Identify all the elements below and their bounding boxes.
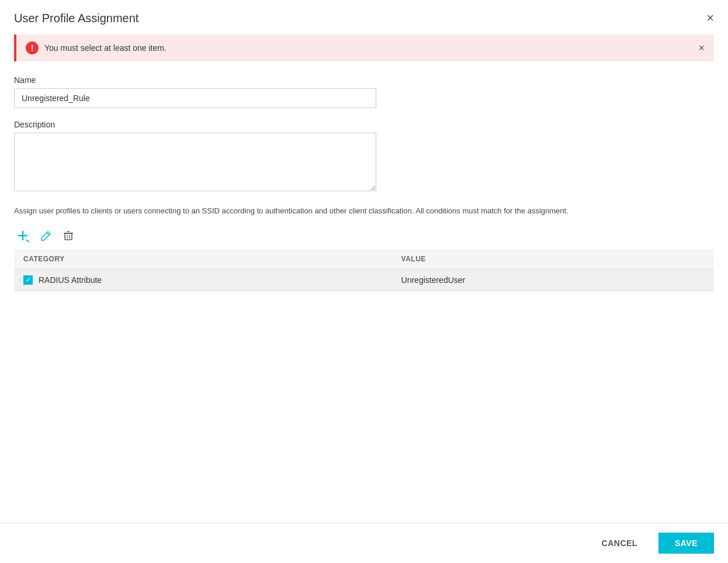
table-header: CATEGORY VALUE [14,249,714,270]
trash-icon [63,230,74,241]
name-label: Name [14,75,714,85]
edit-condition-button[interactable] [39,228,54,243]
name-input[interactable] [14,88,376,108]
svg-rect-3 [65,233,72,240]
category-value: RADIUS Attribute [39,275,102,285]
modal-header: User Profile Assignment × [0,0,728,25]
row-checkbox[interactable] [23,275,33,285]
modal-dialog: User Profile Assignment × ! You must sel… [0,0,728,563]
save-button[interactable]: SAVE [658,533,714,554]
description-field-group: Description [14,120,714,194]
assignment-description: Assign user profiles to clients or users… [14,205,714,217]
delete-condition-button[interactable] [61,228,76,243]
conditions-toolbar [14,227,714,244]
alert-content: ! You must select at least one item. [26,42,167,54]
alert-close-button[interactable]: × [698,42,705,54]
table-cell-value: UnregisteredUser [392,269,714,291]
alert-message: You must select at least one item. [44,43,167,53]
description-textarea[interactable] [14,133,376,191]
modal-overlay: User Profile Assignment × ! You must sel… [0,0,728,563]
cancel-button[interactable]: CANCEL [585,533,654,554]
svg-line-2 [26,240,29,242]
modal-body: ! You must select at least one item. × N… [0,25,728,523]
row-checkbox-container: RADIUS Attribute [23,275,383,285]
alert-banner: ! You must select at least one item. × [14,34,714,61]
table-cell-category: RADIUS Attribute [14,269,392,291]
table-header-row: CATEGORY VALUE [14,249,714,270]
table-body: RADIUS Attribute UnregisteredUser [14,269,714,291]
add-icon [16,229,29,242]
column-header-value: VALUE [392,249,714,270]
add-condition-button[interactable] [14,227,32,244]
alert-error-icon: ! [26,42,39,54]
name-field-group: Name [14,75,714,108]
pencil-icon [41,230,51,241]
conditions-table: CATEGORY VALUE RADIUS Attribute Unregist… [14,249,714,291]
modal-close-button[interactable]: × [706,12,714,25]
modal-footer: CANCEL SAVE [0,523,728,563]
modal-title: User Profile Assignment [14,12,138,25]
column-header-category: CATEGORY [14,249,392,270]
table-row[interactable]: RADIUS Attribute UnregisteredUser [14,269,714,291]
description-label: Description [14,120,714,129]
